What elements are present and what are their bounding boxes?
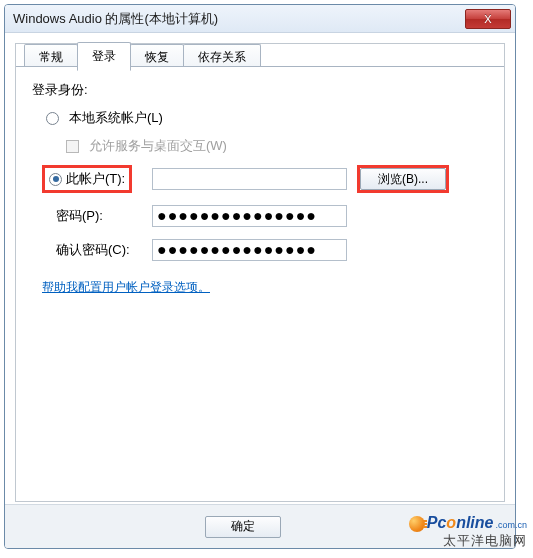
- radio-this-account[interactable]: [49, 173, 62, 186]
- password-label: 密码(P):: [56, 207, 152, 225]
- this-account-label: 此帐户(T):: [66, 170, 125, 188]
- this-account-group: 此帐户(T):: [42, 165, 132, 193]
- account-input[interactable]: [152, 168, 347, 190]
- watermark-logo-icon: [409, 516, 425, 532]
- close-icon: X: [484, 13, 491, 25]
- checkbox-allow-interact: [66, 140, 79, 153]
- watermark-cn: 太平洋电脑网: [409, 532, 527, 550]
- confirm-password-label: 确认密码(C):: [56, 241, 152, 259]
- confirm-password-input[interactable]: ●●●●●●●●●●●●●●●: [152, 239, 347, 261]
- tab-logon[interactable]: 登录: [77, 42, 131, 71]
- password-input[interactable]: ●●●●●●●●●●●●●●●: [152, 205, 347, 227]
- window-title: Windows Audio 的属性(本地计算机): [13, 10, 465, 28]
- titlebar[interactable]: Windows Audio 的属性(本地计算机) X: [5, 5, 515, 33]
- logon-panel: 登录身份: 本地系统帐户(L) 允许服务与桌面交互(W) 此帐户(T): 浏览(: [16, 66, 504, 501]
- allow-interact-label: 允许服务与桌面交互(W): [89, 137, 227, 155]
- account-form: 此帐户(T): 浏览(B)... 密码(P): ●●●●●●●●●●●●●●● …: [42, 165, 488, 261]
- watermark: Pconline.com.cn 太平洋电脑网: [409, 514, 527, 550]
- dialog-body: 常规 登录 恢复 依存关系 登录身份: 本地系统帐户(L) 允许服务与桌面交互(…: [15, 43, 505, 502]
- help-link[interactable]: 帮助我配置用户帐户登录选项。: [42, 280, 210, 294]
- browse-button[interactable]: 浏览(B)...: [360, 168, 446, 190]
- logon-heading: 登录身份:: [32, 81, 88, 99]
- radio-local-system[interactable]: [46, 112, 59, 125]
- dialog-window: Windows Audio 的属性(本地计算机) X 常规 登录 恢复 依存关系…: [4, 4, 516, 549]
- close-button[interactable]: X: [465, 9, 511, 29]
- local-system-label: 本地系统帐户(L): [69, 109, 163, 127]
- ok-button[interactable]: 确定: [205, 516, 281, 538]
- watermark-brand: Pconline.com.cn: [409, 514, 527, 532]
